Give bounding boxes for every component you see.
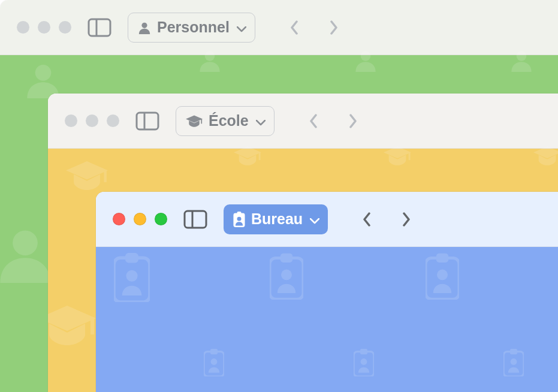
- forward-button[interactable]: [344, 109, 362, 133]
- profile-label: Bureau: [251, 210, 303, 228]
- chevron-down-icon: [310, 210, 319, 228]
- minimize-button[interactable]: [38, 21, 50, 34]
- sidebar-toggle-button[interactable]: [132, 108, 162, 134]
- chevron-down-icon: [237, 19, 246, 36]
- nav-arrows: [304, 109, 362, 133]
- minimize-button[interactable]: [86, 114, 98, 127]
- back-button[interactable]: [304, 109, 322, 133]
- forward-button[interactable]: [397, 207, 415, 231]
- sidebar-toggle-button[interactable]: [180, 206, 210, 233]
- back-button[interactable]: [285, 16, 303, 40]
- back-button[interactable]: [358, 207, 376, 231]
- traffic-lights: [113, 213, 167, 225]
- badge-icon: [233, 212, 245, 227]
- profile-label: Personnel: [157, 19, 230, 36]
- titlebar: École: [48, 94, 558, 149]
- traffic-lights: [17, 21, 71, 34]
- graduation-cap-icon: [186, 115, 203, 127]
- profile-label: École: [209, 112, 249, 129]
- titlebar: Bureau: [96, 192, 558, 247]
- nav-arrows: [285, 16, 343, 40]
- zoom-button[interactable]: [107, 114, 119, 127]
- chevron-down-icon: [256, 112, 266, 129]
- forward-button[interactable]: [325, 16, 343, 40]
- profile-selector[interactable]: Personnel: [128, 13, 255, 43]
- zoom-button[interactable]: [59, 21, 71, 34]
- close-button[interactable]: [65, 114, 77, 127]
- zoom-button[interactable]: [155, 213, 167, 225]
- nav-arrows: [358, 207, 415, 231]
- safari-window-bureau: Bureau: [96, 192, 558, 392]
- traffic-lights: [65, 114, 119, 127]
- content-area: [96, 247, 558, 392]
- profile-selector[interactable]: École: [176, 106, 275, 136]
- background-pattern: [96, 247, 558, 392]
- close-button[interactable]: [113, 213, 125, 225]
- titlebar: Personnel: [0, 0, 558, 55]
- person-icon: [138, 21, 151, 34]
- sidebar-toggle-button[interactable]: [85, 14, 114, 41]
- close-button[interactable]: [17, 21, 29, 34]
- minimize-button[interactable]: [134, 213, 146, 225]
- profile-selector[interactable]: Bureau: [224, 204, 328, 234]
